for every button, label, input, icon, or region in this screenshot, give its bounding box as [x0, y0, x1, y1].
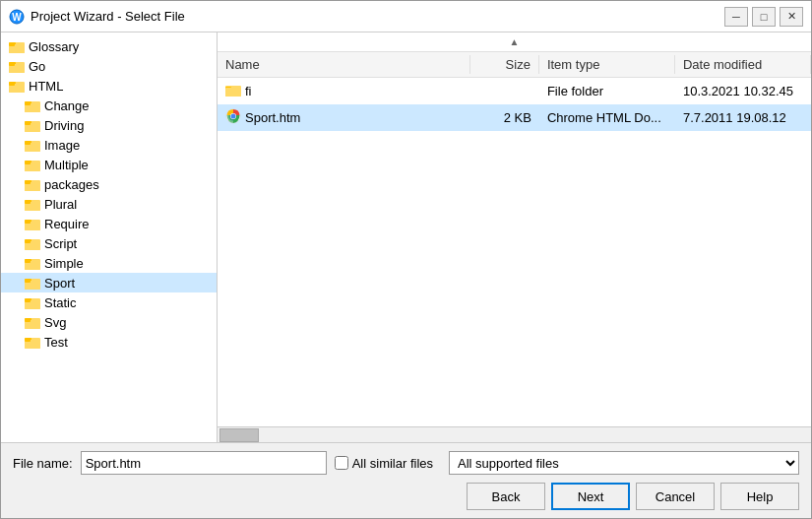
file-list-body[interactable]: fiFile folder10.3.2021 10.32.45 Sport.ht… [218, 78, 811, 426]
tree-item-label-sport: Sport [44, 276, 75, 291]
svg-rect-13 [9, 83, 15, 86]
file-icon-sport-htm [225, 108, 241, 127]
folder-icon [25, 275, 40, 291]
svg-rect-65 [25, 339, 31, 342]
tree-item-go[interactable]: Go [1, 56, 217, 76]
tree-item-test[interactable]: Test [1, 332, 217, 352]
minimize-button[interactable]: ─ [724, 7, 748, 27]
folder-icon [25, 157, 40, 172]
tree-item-svg[interactable]: Svg [1, 312, 217, 332]
svg-rect-17 [25, 102, 31, 105]
folder-icon [25, 196, 40, 212]
svg-point-72 [231, 114, 236, 119]
file-item-fi-folder[interactable]: fiFile folder10.3.2021 10.32.45 [218, 78, 811, 104]
folder-icon [25, 117, 40, 133]
tree-item-label-require: Require [44, 217, 90, 231]
tree-item-label-change: Change [44, 98, 90, 113]
file-size-fi-folder [470, 90, 539, 94]
folder-icon [25, 235, 40, 251]
file-list-header: Name Size Item type Date modified [218, 52, 811, 78]
tree-item-simple[interactable]: Simple [1, 253, 217, 273]
tree-item-html[interactable]: HTML [1, 76, 217, 96]
filetype-select[interactable]: All supported filesHTML files (*.htm, *.… [449, 451, 799, 475]
svg-rect-41 [25, 221, 31, 224]
folder-tree[interactable]: Glossary Go HTML Change Driving Image [1, 32, 218, 442]
tree-item-label-simple: Simple [44, 256, 84, 271]
hscroll-bar[interactable] [218, 426, 811, 442]
back-button[interactable]: Back [467, 483, 545, 510]
folder-icon [9, 38, 25, 54]
close-button[interactable]: ✕ [780, 7, 803, 27]
file-name-sport-htm: Sport.htm [218, 106, 470, 129]
folder-icon [25, 255, 40, 271]
svg-rect-37 [25, 201, 31, 204]
file-list-panel: ▲ Name Size Item type Date modified fiFi… [218, 32, 811, 442]
folder-icon [25, 334, 40, 350]
dialog-window: W Project Wizard - Select File ─ □ ✕ Glo… [0, 0, 812, 519]
wizard-icon: W [9, 9, 25, 25]
folder-icon [25, 216, 40, 231]
tree-item-packages[interactable]: packages [1, 174, 217, 194]
col-header-type[interactable]: Item type [539, 55, 675, 74]
col-header-name[interactable]: Name [218, 55, 470, 74]
tree-item-label-html: HTML [29, 79, 63, 94]
folder-icon [25, 137, 40, 153]
svg-rect-33 [25, 181, 31, 184]
content-area: Glossary Go HTML Change Driving Image [1, 32, 811, 443]
svg-rect-29 [25, 162, 31, 164]
file-label-fi-folder: fi [245, 84, 252, 98]
col-header-size[interactable]: Size [470, 55, 539, 74]
tree-item-glossary[interactable]: Glossary [1, 36, 217, 56]
tree-item-label-image: Image [44, 138, 80, 153]
window-title: Project Wizard - Select File [31, 9, 724, 24]
next-button[interactable]: Next [551, 483, 630, 510]
restore-button[interactable]: □ [752, 7, 776, 27]
tree-item-script[interactable]: Script [1, 233, 217, 253]
folder-icon [25, 314, 40, 330]
svg-rect-9 [9, 63, 15, 66]
tree-item-image[interactable]: Image [1, 135, 217, 155]
svg-text:W: W [12, 12, 22, 23]
cancel-button[interactable]: Cancel [636, 483, 715, 510]
tree-item-require[interactable]: Require [1, 214, 217, 233]
filename-label: File name: [13, 456, 73, 471]
col-header-date[interactable]: Date modified [675, 55, 811, 74]
tree-item-driving[interactable]: Driving [1, 115, 217, 135]
similar-files-checkbox[interactable] [335, 456, 348, 470]
tree-item-label-multiple: Multiple [44, 158, 89, 172]
tree-item-label-script: Script [44, 236, 77, 251]
tree-item-label-glossary: Glossary [29, 39, 79, 54]
svg-rect-68 [225, 88, 241, 97]
window-controls: ─ □ ✕ [724, 7, 803, 27]
file-date-sport-htm: 7.7.2011 19.08.12 [675, 108, 811, 127]
tree-item-static[interactable]: Static [1, 292, 217, 312]
tree-item-label-static: Static [44, 295, 77, 310]
svg-rect-53 [25, 280, 31, 283]
svg-rect-61 [25, 319, 31, 322]
tree-item-plural[interactable]: Plural [1, 194, 217, 214]
tree-item-label-packages: packages [44, 177, 99, 192]
sort-arrow-up: ▲ [510, 36, 520, 47]
tree-item-change[interactable]: Change [1, 96, 217, 115]
tree-item-label-go: Go [29, 59, 45, 74]
tree-item-sport[interactable]: Sport [1, 273, 217, 292]
file-item-sport-htm[interactable]: Sport.htm2 KBChrome HTML Do...7.7.2011 1… [218, 104, 811, 131]
svg-rect-57 [25, 299, 31, 302]
svg-rect-21 [25, 122, 31, 125]
help-button[interactable]: Help [720, 483, 799, 510]
folder-icon [25, 97, 40, 113]
folder-icon [9, 78, 25, 94]
tree-item-label-plural: Plural [44, 197, 77, 212]
bottom-area: File name: All similar files All support… [1, 443, 811, 518]
title-bar: W Project Wizard - Select File ─ □ ✕ [1, 1, 811, 32]
svg-rect-5 [9, 43, 15, 46]
tree-item-label-driving: Driving [44, 118, 84, 133]
filename-input[interactable] [81, 451, 327, 475]
file-size-sport-htm: 2 KB [470, 108, 539, 127]
folder-icon [25, 294, 40, 310]
file-label-sport-htm: Sport.htm [245, 110, 300, 125]
svg-rect-45 [25, 240, 31, 243]
file-type-fi-folder: File folder [539, 82, 675, 100]
tree-item-label-test: Test [44, 335, 68, 350]
tree-item-multiple[interactable]: Multiple [1, 155, 217, 174]
